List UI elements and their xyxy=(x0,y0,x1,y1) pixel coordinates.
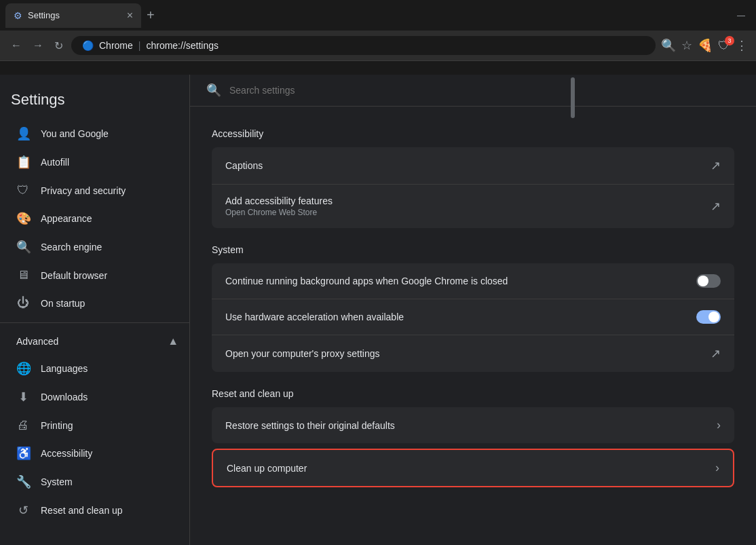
sidebar-item-privacy-security[interactable]: 🛡 Privacy and security xyxy=(0,176,184,204)
advanced-label: Advanced xyxy=(16,336,58,347)
sidebar: Settings 👤 You and Google 📋 Autofill 🛡 P… xyxy=(0,75,190,545)
proxy-settings-row[interactable]: Open your computer's proxy settings ↗ xyxy=(212,335,734,372)
main-layout: Settings 👤 You and Google 📋 Autofill 🛡 P… xyxy=(0,75,756,545)
reset-section: Reset and clean up Restore settings to t… xyxy=(212,388,734,487)
person-icon: 👤 xyxy=(16,126,30,141)
address-input[interactable]: 🔵 Chrome | chrome://settings xyxy=(71,36,656,55)
shield-icon: 🛡 xyxy=(16,183,30,198)
content-area: 🔍 Accessibility Captions ↗ Add access xyxy=(190,75,756,545)
system-card: Continue running background apps when Go… xyxy=(212,263,734,372)
sidebar-item-autofill[interactable]: 📋 Autofill xyxy=(0,148,184,176)
scrollbar-track[interactable] xyxy=(571,75,575,545)
hardware-acceleration-label: Use hardware acceleration when available xyxy=(225,312,404,322)
background-apps-row[interactable]: Continue running background apps when Go… xyxy=(212,263,734,299)
accessibility-section: Accessibility Captions ↗ Add accessibili… xyxy=(212,128,734,228)
sidebar-label-you-and-google: You and Google xyxy=(41,128,109,139)
active-tab[interactable]: ⚙ Settings × xyxy=(5,3,141,28)
accessibility-icon: ♿ xyxy=(16,446,30,461)
add-accessibility-external-icon: ↗ xyxy=(711,199,721,214)
toggle-thumb-off xyxy=(698,276,708,286)
autofill-icon: 📋 xyxy=(16,155,30,170)
tab-title: Settings xyxy=(28,10,60,20)
clean-up-card: Clean up computer › xyxy=(212,449,734,487)
sidebar-label-appearance: Appearance xyxy=(41,213,92,224)
add-accessibility-sublabel: Open Chrome Web Store xyxy=(225,208,333,217)
sidebar-item-on-startup[interactable]: ⏻ On startup xyxy=(0,289,184,317)
proxy-label: Open your computer's proxy settings xyxy=(225,348,380,359)
scrollbar-thumb[interactable] xyxy=(571,77,575,118)
tab-close-button[interactable]: × xyxy=(127,10,133,22)
advanced-section-header[interactable]: Advanced ▲ xyxy=(0,328,189,354)
sidebar-label-privacy: Privacy and security xyxy=(41,185,126,196)
clean-up-arrow-icon: › xyxy=(715,461,719,475)
hardware-acceleration-row[interactable]: Use hardware acceleration when available xyxy=(212,299,734,335)
captions-row[interactable]: Captions ↗ xyxy=(212,147,734,185)
extension-icon-2[interactable]: 🛡3 xyxy=(718,39,730,53)
minimize-button[interactable]: — xyxy=(732,8,751,23)
add-accessibility-row[interactable]: Add accessibility features Open Chrome W… xyxy=(212,185,734,228)
printer-icon: 🖨 xyxy=(16,418,30,432)
sidebar-item-default-browser[interactable]: 🖥 Default browser xyxy=(0,261,184,289)
back-button[interactable]: ← xyxy=(8,37,24,54)
palette-icon: 🎨 xyxy=(16,211,30,226)
site-name: Chrome xyxy=(99,40,133,51)
sidebar-item-reset[interactable]: ↺ Reset and clean up xyxy=(0,496,184,525)
startup-icon: ⏻ xyxy=(16,296,30,310)
sidebar-item-languages[interactable]: 🌐 Languages xyxy=(0,354,184,383)
new-tab-button[interactable]: + xyxy=(147,7,155,23)
clean-up-label: Clean up computer xyxy=(227,463,307,474)
search-bar[interactable]: 🔍 xyxy=(190,75,756,107)
hardware-acceleration-toggle[interactable] xyxy=(696,310,721,324)
restore-settings-card: Restore settings to their original defau… xyxy=(212,407,734,443)
reset-section-title: Reset and clean up xyxy=(212,388,734,399)
sidebar-item-search-engine[interactable]: 🔍 Search engine xyxy=(0,233,184,261)
search-icon: 🔍 xyxy=(206,83,221,98)
toggle-thumb-on xyxy=(708,312,719,322)
sidebar-item-printing[interactable]: 🖨 Printing xyxy=(0,411,184,439)
search-toolbar-icon[interactable]: 🔍 xyxy=(661,38,676,53)
settings-title: Settings xyxy=(0,86,189,119)
search-input[interactable] xyxy=(229,85,740,96)
extension-icon-1[interactable]: 🍕 xyxy=(698,38,713,53)
sidebar-item-appearance[interactable]: 🎨 Appearance xyxy=(0,204,184,233)
sidebar-divider xyxy=(0,322,189,323)
sidebar-label-system: System xyxy=(41,476,73,487)
sidebar-label-default-browser: Default browser xyxy=(41,270,107,281)
sidebar-item-accessibility[interactable]: ♿ Accessibility xyxy=(0,439,184,468)
wrench-icon: 🔧 xyxy=(16,474,30,489)
sidebar-label-accessibility: Accessibility xyxy=(41,448,92,459)
restore-label: Restore settings to their original defau… xyxy=(225,420,395,431)
clean-up-row[interactable]: Clean up computer › xyxy=(213,450,733,486)
sidebar-label-languages: Languages xyxy=(41,363,88,374)
accessibility-card: Captions ↗ Add accessibility features Op… xyxy=(212,147,734,228)
search-engine-icon: 🔍 xyxy=(16,240,30,255)
sidebar-item-system[interactable]: 🔧 System xyxy=(0,468,184,496)
system-section: System Continue running background apps … xyxy=(212,244,734,372)
sidebar-label-reset: Reset and clean up xyxy=(41,505,123,516)
reset-icon: ↺ xyxy=(16,503,30,518)
globe-icon: 🌐 xyxy=(16,361,30,376)
add-accessibility-label: Add accessibility features xyxy=(225,195,333,206)
sidebar-label-printing: Printing xyxy=(41,420,73,431)
sidebar-label-search: Search engine xyxy=(41,242,102,252)
toolbar-right: 🔍 ☆ 🍕 🛡3 ⋮ xyxy=(661,38,748,53)
more-tools-icon[interactable]: ⋮ xyxy=(736,38,748,53)
background-apps-label: Continue running background apps when Go… xyxy=(225,276,508,286)
address-url: chrome://settings xyxy=(146,40,219,51)
background-apps-toggle[interactable] xyxy=(696,274,721,288)
browser-chrome: ⚙ Settings × + — ← → ↻ 🔵 Chrome | chrome… xyxy=(0,0,756,75)
download-icon: ⬇ xyxy=(16,390,30,405)
default-browser-icon: 🖥 xyxy=(16,268,30,282)
restore-settings-row[interactable]: Restore settings to their original defau… xyxy=(212,407,734,443)
address-bar: ← → ↻ 🔵 Chrome | chrome://settings 🔍 ☆ 🍕… xyxy=(0,31,756,61)
sidebar-label-autofill: Autofill xyxy=(41,157,69,168)
content-body: Accessibility Captions ↗ Add accessibili… xyxy=(190,107,756,520)
reload-button[interactable]: ↻ xyxy=(52,37,66,55)
sidebar-label-downloads: Downloads xyxy=(41,392,88,402)
bookmark-icon[interactable]: ☆ xyxy=(681,38,692,53)
system-section-title: System xyxy=(212,244,734,255)
forward-button[interactable]: → xyxy=(30,37,46,54)
restore-arrow-icon: › xyxy=(717,418,721,432)
sidebar-item-downloads[interactable]: ⬇ Downloads xyxy=(0,383,184,411)
sidebar-item-you-and-google[interactable]: 👤 You and Google xyxy=(0,119,184,148)
